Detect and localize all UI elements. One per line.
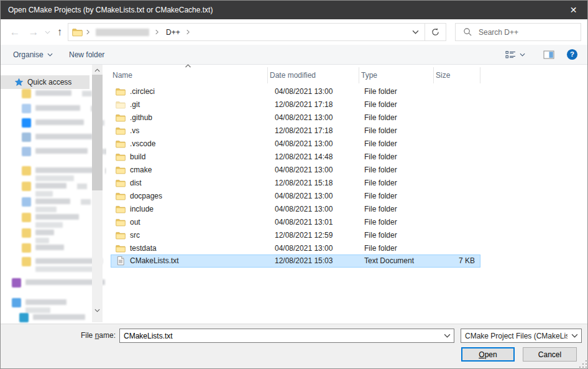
breadcrumb-separator-icon[interactable] bbox=[186, 29, 190, 35]
breadcrumb-redacted-segment[interactable] bbox=[96, 29, 149, 36]
file-row[interactable]: cmake 04/08/2021 13:00 File folder bbox=[111, 164, 480, 177]
file-row[interactable]: .circleci 04/08/2021 13:00 File folder bbox=[111, 85, 480, 98]
folder-icon bbox=[116, 113, 126, 123]
sidebar-item-icon bbox=[12, 278, 21, 287]
view-dropdown-icon bbox=[520, 53, 525, 57]
column-header-size[interactable]: Size bbox=[434, 67, 480, 83]
file-name-label-post: ame: bbox=[99, 331, 116, 340]
address-bar[interactable]: D++ bbox=[68, 23, 446, 41]
sort-ascending-icon bbox=[185, 64, 191, 68]
search-input[interactable] bbox=[477, 27, 573, 37]
resize-grip[interactable] bbox=[579, 360, 587, 368]
file-date-modified: 04/08/2021 13:00 bbox=[269, 192, 360, 200]
file-name-combobox[interactable] bbox=[119, 329, 454, 343]
forward-button[interactable]: → bbox=[24, 19, 43, 45]
sidebar-item[interactable] bbox=[22, 197, 70, 212]
file-name: cmake bbox=[130, 166, 152, 174]
new-folder-button[interactable]: New folder bbox=[69, 45, 104, 64]
scroll-up-icon[interactable] bbox=[92, 65, 103, 75]
breadcrumb-folder-icon[interactable] bbox=[72, 27, 83, 37]
column-header-name[interactable]: Name bbox=[111, 67, 268, 83]
sidebar-item[interactable] bbox=[22, 182, 67, 197]
breadcrumb-separator-icon bbox=[86, 29, 90, 35]
column-header-date-modified[interactable]: Date modified bbox=[268, 67, 359, 83]
file-date-modified: 04/08/2021 13:00 bbox=[269, 166, 360, 174]
column-label-date: Date modified bbox=[270, 71, 316, 80]
sidebar-item[interactable] bbox=[22, 89, 71, 98]
open-button[interactable]: Open bbox=[461, 347, 515, 362]
change-view-button[interactable] bbox=[505, 45, 525, 64]
file-row[interactable]: testdata 04/08/2021 13:00 File folder bbox=[111, 241, 480, 255]
sidebar-item-redacted-badge bbox=[77, 184, 87, 189]
up-button[interactable]: ↑ bbox=[52, 19, 68, 45]
dialog-title: Open CMake Projects (by CMakeLists.txt o… bbox=[1, 6, 213, 14]
preview-pane-button[interactable] bbox=[543, 45, 554, 64]
folder-icon bbox=[116, 100, 126, 110]
address-dropdown-icon[interactable] bbox=[406, 24, 425, 40]
sidebar-item-redacted-label bbox=[35, 104, 80, 111]
file-date-modified: 04/08/2021 13:00 bbox=[269, 139, 360, 148]
file-type: File folder bbox=[360, 139, 434, 148]
open-label-post: pen bbox=[485, 350, 497, 359]
search-icon bbox=[463, 27, 472, 37]
folder-icon bbox=[116, 217, 126, 227]
scrollbar-thumb[interactable] bbox=[92, 75, 103, 190]
sidebar-item[interactable] bbox=[22, 133, 93, 142]
scroll-down-icon[interactable] bbox=[92, 306, 103, 315]
sidebar-item[interactable] bbox=[22, 228, 54, 243]
file-row[interactable]: dist 12/08/2021 15:18 File folder bbox=[111, 176, 480, 189]
sidebar-item-redacted-label bbox=[35, 228, 54, 243]
file-row[interactable]: CMakeLists.txt 12/08/2021 15:03 Text Doc… bbox=[111, 255, 480, 268]
sidebar-item[interactable] bbox=[22, 147, 88, 156]
file-name: .vscode bbox=[130, 139, 155, 148]
file-row[interactable]: build 12/08/2021 14:48 File folder bbox=[111, 151, 480, 164]
help-button[interactable] bbox=[566, 45, 578, 64]
file-row[interactable]: src 12/08/2021 12:59 File folder bbox=[111, 228, 480, 241]
file-row[interactable]: docpages 04/08/2021 13:00 File folder bbox=[111, 189, 480, 202]
sidebar-item[interactable] bbox=[12, 298, 67, 313]
sidebar-item[interactable] bbox=[22, 243, 64, 253]
file-type-select[interactable]: CMake Project Files (CMakeLis bbox=[461, 329, 582, 343]
file-row[interactable]: .vscode 04/08/2021 13:00 File folder bbox=[111, 138, 480, 151]
sidebar-item[interactable] bbox=[22, 257, 103, 272]
navigation-pane: Quick access bbox=[1, 65, 106, 324]
sidebar-item[interactable] bbox=[19, 313, 85, 322]
sidebar-scrollbar[interactable] bbox=[92, 65, 103, 322]
file-type-dropdown-icon bbox=[567, 334, 581, 338]
sidebar-item[interactable] bbox=[22, 166, 94, 181]
refresh-button[interactable] bbox=[425, 24, 446, 40]
sidebar-item-redacted-label bbox=[35, 213, 79, 228]
sidebar-item-redacted-label bbox=[33, 313, 85, 320]
back-button[interactable]: ← bbox=[6, 19, 24, 45]
sidebar-item[interactable] bbox=[22, 118, 84, 128]
file-type: File folder bbox=[360, 231, 434, 240]
search-box[interactable] bbox=[455, 23, 581, 41]
file-row[interactable]: .github 04/08/2021 13:00 File folder bbox=[111, 111, 480, 124]
breadcrumb-current-folder[interactable]: D++ bbox=[162, 28, 184, 37]
sidebar-item-icon bbox=[22, 228, 31, 238]
file-row[interactable]: .git 12/08/2021 17:18 File folder bbox=[111, 98, 480, 111]
sidebar-item-redacted-badge bbox=[82, 91, 92, 96]
file-type: File folder bbox=[360, 87, 434, 96]
column-label-size: Size bbox=[436, 71, 450, 80]
column-header-type[interactable]: Type bbox=[359, 67, 434, 83]
sidebar-item-quick-access[interactable]: Quick access bbox=[1, 75, 90, 89]
sidebar-item[interactable] bbox=[22, 104, 80, 113]
organise-button[interactable]: Organise bbox=[13, 45, 53, 64]
column-label-name: Name bbox=[113, 71, 132, 80]
file-name-input[interactable] bbox=[120, 331, 440, 341]
cancel-button[interactable]: Cancel bbox=[523, 347, 577, 362]
file-name-dropdown-icon[interactable] bbox=[440, 334, 454, 338]
file-row[interactable]: .vs 12/08/2021 17:18 File folder bbox=[111, 124, 480, 138]
close-button[interactable]: ✕ bbox=[559, 1, 587, 19]
file-name: CMakeLists.txt bbox=[130, 256, 179, 265]
file-type: File folder bbox=[360, 192, 434, 200]
sidebar-item-icon bbox=[22, 257, 31, 266]
file-row[interactable]: out 04/08/2021 13:01 File folder bbox=[111, 215, 480, 228]
sidebar-item[interactable] bbox=[22, 213, 79, 228]
folder-icon bbox=[116, 178, 126, 188]
sidebar-item[interactable] bbox=[12, 278, 105, 287]
folder-icon bbox=[116, 165, 126, 175]
file-row[interactable]: include 04/08/2021 13:00 File folder bbox=[111, 202, 480, 215]
sidebar-item-icon bbox=[22, 243, 31, 253]
